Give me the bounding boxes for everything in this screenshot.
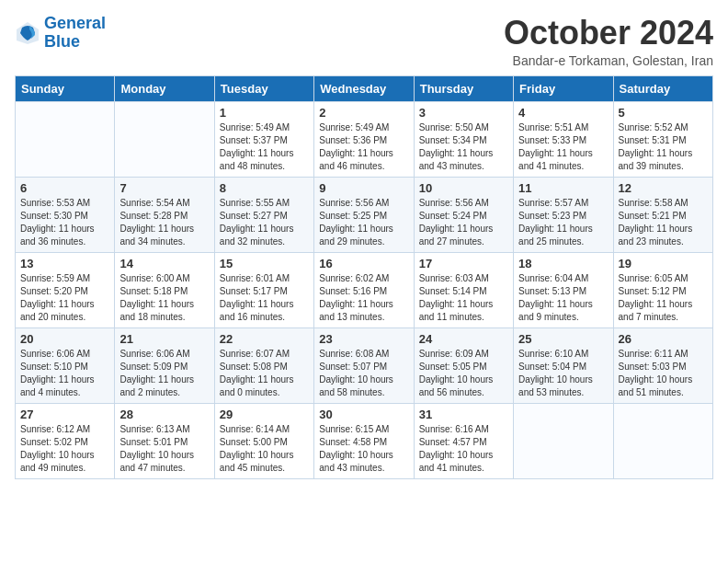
day-number: 30 [319, 408, 408, 421]
location-subtitle: Bandar-e Torkaman, Golestan, Iran [504, 53, 713, 68]
calendar-cell [613, 403, 712, 478]
day-detail: Sunrise: 5:54 AM Sunset: 5:28 PM Dayligh… [119, 197, 209, 248]
day-detail: Sunrise: 5:53 AM Sunset: 5:30 PM Dayligh… [20, 197, 109, 248]
logo-line1: General [44, 14, 106, 32]
day-number: 8 [220, 181, 309, 195]
day-number: 18 [518, 257, 608, 270]
day-number: 29 [220, 408, 309, 421]
day-detail: Sunrise: 6:06 AM Sunset: 5:09 PM Dayligh… [119, 348, 209, 399]
day-number: 22 [220, 332, 309, 346]
day-detail: Sunrise: 5:56 AM Sunset: 5:24 PM Dayligh… [419, 197, 508, 248]
calendar-cell: 3Sunrise: 5:50 AM Sunset: 5:34 PM Daylig… [414, 101, 513, 177]
calendar-cell: 23Sunrise: 6:08 AM Sunset: 5:07 PM Dayli… [314, 327, 414, 403]
day-detail: Sunrise: 6:07 AM Sunset: 5:08 PM Dayligh… [220, 348, 309, 399]
month-title: October 2024 [504, 15, 713, 52]
calendar-cell: 22Sunrise: 6:07 AM Sunset: 5:08 PM Dayli… [214, 327, 313, 403]
day-detail: Sunrise: 6:15 AM Sunset: 4:58 PM Dayligh… [319, 423, 408, 475]
day-number: 31 [419, 408, 508, 421]
day-detail: Sunrise: 5:57 AM Sunset: 5:23 PM Dayligh… [518, 197, 608, 248]
calendar-cell: 18Sunrise: 6:04 AM Sunset: 5:13 PM Dayli… [514, 252, 613, 327]
calendar-cell: 10Sunrise: 5:56 AM Sunset: 5:24 PM Dayli… [414, 177, 513, 252]
day-detail: Sunrise: 6:13 AM Sunset: 5:01 PM Dayligh… [119, 423, 209, 475]
day-of-week-header: Saturday [613, 75, 712, 101]
day-number: 10 [419, 181, 508, 195]
day-number: 23 [319, 332, 408, 346]
day-of-week-header: Tuesday [214, 75, 313, 101]
calendar-cell: 5Sunrise: 5:52 AM Sunset: 5:31 PM Daylig… [613, 101, 712, 177]
calendar-cell: 6Sunrise: 5:53 AM Sunset: 5:30 PM Daylig… [16, 177, 115, 252]
calendar-cell: 16Sunrise: 6:02 AM Sunset: 5:16 PM Dayli… [314, 252, 414, 327]
day-number: 16 [319, 257, 408, 270]
calendar-cell: 21Sunrise: 6:06 AM Sunset: 5:09 PM Dayli… [115, 327, 214, 403]
page-header: General Blue October 2024 Bandar-e Torka… [15, 15, 713, 68]
day-detail: Sunrise: 6:06 AM Sunset: 5:10 PM Dayligh… [20, 348, 109, 399]
day-number: 28 [119, 408, 209, 421]
day-number: 12 [619, 181, 708, 195]
logo-line2: Blue [44, 32, 80, 51]
day-detail: Sunrise: 6:00 AM Sunset: 5:18 PM Dayligh… [119, 272, 209, 324]
title-block: October 2024 Bandar-e Torkaman, Golestan… [504, 15, 713, 68]
day-detail: Sunrise: 5:58 AM Sunset: 5:21 PM Dayligh… [619, 197, 708, 248]
calendar-cell: 13Sunrise: 5:59 AM Sunset: 5:20 PM Dayli… [16, 252, 115, 327]
day-detail: Sunrise: 6:10 AM Sunset: 5:04 PM Dayligh… [518, 348, 608, 399]
day-detail: Sunrise: 6:03 AM Sunset: 5:14 PM Dayligh… [419, 272, 508, 324]
day-detail: Sunrise: 5:49 AM Sunset: 5:36 PM Dayligh… [319, 121, 408, 173]
calendar-cell: 1Sunrise: 5:49 AM Sunset: 5:37 PM Daylig… [214, 101, 313, 177]
day-number: 15 [220, 257, 309, 270]
calendar-cell: 30Sunrise: 6:15 AM Sunset: 4:58 PM Dayli… [314, 403, 414, 478]
day-detail: Sunrise: 6:11 AM Sunset: 5:03 PM Dayligh… [619, 348, 708, 399]
calendar-cell [514, 403, 613, 478]
calendar-cell: 27Sunrise: 6:12 AM Sunset: 5:02 PM Dayli… [16, 403, 115, 478]
day-of-week-header: Wednesday [314, 75, 414, 101]
day-number: 2 [319, 106, 408, 120]
calendar-week-row: 20Sunrise: 6:06 AM Sunset: 5:10 PM Dayli… [16, 327, 713, 403]
calendar-week-row: 27Sunrise: 6:12 AM Sunset: 5:02 PM Dayli… [16, 403, 713, 478]
day-number: 1 [220, 106, 309, 120]
calendar-cell: 28Sunrise: 6:13 AM Sunset: 5:01 PM Dayli… [115, 403, 214, 478]
day-detail: Sunrise: 6:04 AM Sunset: 5:13 PM Dayligh… [518, 272, 608, 324]
day-number: 9 [319, 181, 408, 195]
day-detail: Sunrise: 6:05 AM Sunset: 5:12 PM Dayligh… [619, 272, 708, 324]
day-of-week-header: Thursday [414, 75, 513, 101]
day-number: 14 [119, 257, 209, 270]
calendar-cell [115, 101, 214, 177]
day-of-week-header: Friday [514, 75, 613, 101]
day-detail: Sunrise: 6:09 AM Sunset: 5:05 PM Dayligh… [419, 348, 508, 399]
day-number: 27 [20, 408, 109, 421]
day-number: 11 [518, 181, 608, 195]
day-detail: Sunrise: 5:59 AM Sunset: 5:20 PM Dayligh… [20, 272, 109, 324]
calendar-cell: 31Sunrise: 6:16 AM Sunset: 4:57 PM Dayli… [414, 403, 513, 478]
calendar-cell: 8Sunrise: 5:55 AM Sunset: 5:27 PM Daylig… [214, 177, 313, 252]
calendar-cell: 4Sunrise: 5:51 AM Sunset: 5:33 PM Daylig… [514, 101, 613, 177]
calendar-cell: 14Sunrise: 6:00 AM Sunset: 5:18 PM Dayli… [115, 252, 214, 327]
calendar-cell: 24Sunrise: 6:09 AM Sunset: 5:05 PM Dayli… [414, 327, 513, 403]
day-of-week-header: Monday [115, 75, 214, 101]
calendar-header-row: SundayMondayTuesdayWednesdayThursdayFrid… [16, 75, 713, 101]
calendar-week-row: 13Sunrise: 5:59 AM Sunset: 5:20 PM Dayli… [16, 252, 713, 327]
day-number: 26 [619, 332, 708, 346]
day-detail: Sunrise: 6:12 AM Sunset: 5:02 PM Dayligh… [20, 423, 109, 475]
day-number: 13 [20, 257, 109, 270]
calendar-cell: 20Sunrise: 6:06 AM Sunset: 5:10 PM Dayli… [16, 327, 115, 403]
calendar-cell: 19Sunrise: 6:05 AM Sunset: 5:12 PM Dayli… [613, 252, 712, 327]
day-detail: Sunrise: 6:16 AM Sunset: 4:57 PM Dayligh… [419, 423, 508, 475]
day-detail: Sunrise: 6:14 AM Sunset: 5:00 PM Dayligh… [220, 423, 309, 475]
calendar-cell [16, 101, 115, 177]
calendar-week-row: 6Sunrise: 5:53 AM Sunset: 5:30 PM Daylig… [16, 177, 713, 252]
day-number: 7 [119, 181, 209, 195]
day-number: 21 [119, 332, 209, 346]
day-number: 3 [419, 106, 508, 120]
calendar-table: SundayMondayTuesdayWednesdayThursdayFrid… [15, 75, 713, 479]
day-number: 5 [619, 106, 708, 120]
calendar-week-row: 1Sunrise: 5:49 AM Sunset: 5:37 PM Daylig… [16, 101, 713, 177]
calendar-cell: 26Sunrise: 6:11 AM Sunset: 5:03 PM Dayli… [613, 327, 712, 403]
day-of-week-header: Sunday [16, 75, 115, 101]
calendar-cell: 7Sunrise: 5:54 AM Sunset: 5:28 PM Daylig… [115, 177, 214, 252]
day-detail: Sunrise: 6:02 AM Sunset: 5:16 PM Dayligh… [319, 272, 408, 324]
day-number: 4 [518, 106, 608, 120]
day-detail: Sunrise: 5:56 AM Sunset: 5:25 PM Dayligh… [319, 197, 408, 248]
logo: General Blue [15, 15, 106, 52]
day-detail: Sunrise: 5:50 AM Sunset: 5:34 PM Dayligh… [419, 121, 508, 173]
calendar-cell: 25Sunrise: 6:10 AM Sunset: 5:04 PM Dayli… [514, 327, 613, 403]
day-detail: Sunrise: 5:52 AM Sunset: 5:31 PM Dayligh… [619, 121, 708, 173]
